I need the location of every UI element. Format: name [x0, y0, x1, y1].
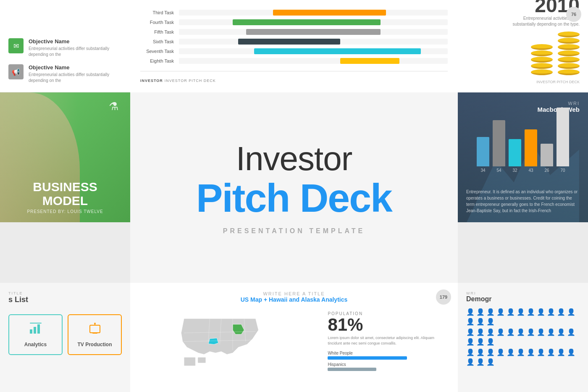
eth-label-white: White People [328, 351, 449, 355]
eth-label-hispanic: Hispanics [328, 362, 449, 367]
person-icon-l11: 👤 [567, 328, 575, 336]
chart-bar-fill-5 [541, 144, 553, 166]
coin-stack-2 [558, 32, 580, 76]
slide-header-left: TITLE s List 76 [8, 291, 122, 304]
objective-item-2: 📢 Objective Name Entrepreneurial activit… [8, 64, 122, 84]
panel-business-model: ⚗ BUSINESS MODEL PRESENTED BY: LOUIS TWE… [0, 92, 130, 222]
person-icon-d7: 👤 [527, 308, 535, 316]
person-icon-l9: 👤 [547, 328, 555, 336]
panel-us-map: 179 WRITE HERE A TITLE US Map + Hawaii a… [130, 283, 458, 392]
coin-stack-1 [531, 44, 553, 76]
map-content: POPULATION 81% Lorem ipsum dolor sit ame… [139, 307, 449, 372]
dark-chart-wri: WRI [466, 101, 580, 106]
investor-label: INVESTOR [140, 79, 163, 83]
coin-2a [558, 32, 580, 37]
person-icon-d4: 👤 [496, 308, 505, 316]
gantt-row-2: Fourth Task [140, 19, 448, 25]
person-icon-d2-11: 👤 [567, 348, 575, 356]
svg-rect-4 [90, 325, 100, 333]
hero-title-bold: Pitch Deck [196, 177, 392, 219]
gantt-bar-6 [340, 58, 399, 64]
person-icon-l10: 👤 [557, 328, 565, 336]
business-presented-by: PRESENTED BY: LOUIS TWELVE [8, 209, 122, 214]
gantt-label-3: Fifth Task [140, 29, 174, 34]
middle-row: ⚗ BUSINESS MODEL PRESENTED BY: LOUIS TWE… [0, 92, 588, 283]
objective-item-1: ✉ Objective Name Entrepreneurial activit… [8, 38, 122, 58]
chart-bar-4: 43 [525, 129, 537, 173]
person-icon-d12: 👤 [466, 318, 475, 326]
chart-bar-label-5: 26 [544, 168, 549, 173]
chart-bar-5: 26 [541, 144, 553, 173]
gantt-track-5 [179, 48, 448, 54]
person-icon-l1: 👤 [466, 328, 475, 336]
person-icon-l13: 👤 [476, 338, 485, 346]
coin-1a [531, 44, 553, 50]
map-stats: POPULATION 81% Lorem ipsum dolor sit ame… [328, 307, 449, 372]
person-icon-l2: 👤 [476, 328, 485, 336]
flask-icon: ⚗ [109, 100, 118, 113]
map-main-title: US Map + Hawaii and Alaska Analytics [139, 296, 449, 303]
gantt-track-4 [179, 39, 448, 45]
gantt-row-4: Sixth Task [140, 39, 448, 45]
demo-title-label: WRI [466, 291, 491, 295]
coin-1d [531, 63, 553, 69]
panel-dark-chart: WRI Macbook Web 34 54 32 43 [458, 92, 588, 222]
gantt-track-2 [179, 19, 448, 25]
coin-2f [558, 63, 580, 69]
chart-bar-fill-6 [556, 108, 569, 166]
chart-bar-2: 54 [493, 120, 505, 173]
hero-subtitle: Presentation Template [223, 227, 365, 235]
person-icon-d14: 👤 [486, 318, 495, 326]
person-icon-d13: 👤 [476, 318, 485, 326]
person-icon-l5: 👤 [507, 328, 515, 336]
gantt-label-5: Seventh Task [140, 49, 174, 54]
panel-objectives: ✉ Objective Name Entrepreneurial activit… [0, 0, 130, 92]
chart-bar-label-4: 43 [528, 168, 533, 173]
person-icon-l14: 👤 [486, 338, 495, 346]
gantt-row-3: Fifth Task [140, 29, 448, 35]
coin-1b [531, 50, 553, 56]
gantt-bar-4 [238, 39, 340, 45]
person-icon-d2-14: 👤 [486, 358, 495, 366]
email-icon: ✉ [8, 38, 24, 53]
gantt-bar-1 [273, 10, 386, 16]
person-icon-d2-2: 👤 [476, 348, 485, 356]
svg-point-6 [94, 323, 96, 324]
ethnicity-hispanic: Hispanics [328, 362, 449, 371]
gantt-bar-3 [246, 29, 381, 35]
objective-desc-1: Entrepreneurial activities differ substa… [29, 46, 122, 58]
population-desc: Lorem ipsum dolor sit amet, consectetur … [328, 335, 449, 346]
person-icon-l4: 👤 [496, 328, 505, 336]
eth-bar-white [328, 356, 407, 360]
svg-rect-15 [198, 357, 206, 363]
business-model-title: BUSINESS MODEL [8, 180, 122, 208]
ethnicity-white: White People [328, 351, 449, 360]
chart-bar-fill-1 [477, 137, 489, 166]
gantt-track-6 [179, 58, 448, 64]
coin-2b [558, 38, 580, 44]
svg-rect-1 [34, 327, 36, 334]
hero-area: Investor Pitch Deck Presentation Templat… [130, 92, 458, 283]
person-icon-d2-13: 👤 [476, 358, 485, 366]
person-icon-d6: 👤 [517, 308, 525, 316]
coin-2g [558, 69, 580, 75]
population-value: 81% [328, 316, 449, 334]
person-icon-d9: 👤 [547, 308, 555, 316]
coin-2e [558, 57, 580, 63]
person-icon-d5: 👤 [507, 308, 515, 316]
person-icon-d3: 👤 [486, 308, 495, 316]
gantt-track-3 [179, 29, 448, 35]
coin-2d [558, 50, 580, 56]
svg-rect-2 [37, 324, 40, 334]
tv-icon-svg [88, 322, 102, 335]
main-container: ✉ Objective Name Entrepreneurial activit… [0, 0, 588, 392]
person-icon-d2: 👤 [476, 308, 485, 316]
person-icon-d2-5: 👤 [507, 348, 515, 356]
gantt-row-1: Third Task [140, 10, 448, 16]
slide-title-label-left: TITLE [8, 291, 28, 295]
slide-badge-map: 179 [436, 289, 451, 305]
person-icon-l7: 👤 [527, 328, 535, 336]
person-icon-d2-6: 👤 [517, 348, 525, 356]
chart-bar-3: 32 [509, 139, 521, 173]
icon-card-tv: TV Production [68, 314, 122, 355]
